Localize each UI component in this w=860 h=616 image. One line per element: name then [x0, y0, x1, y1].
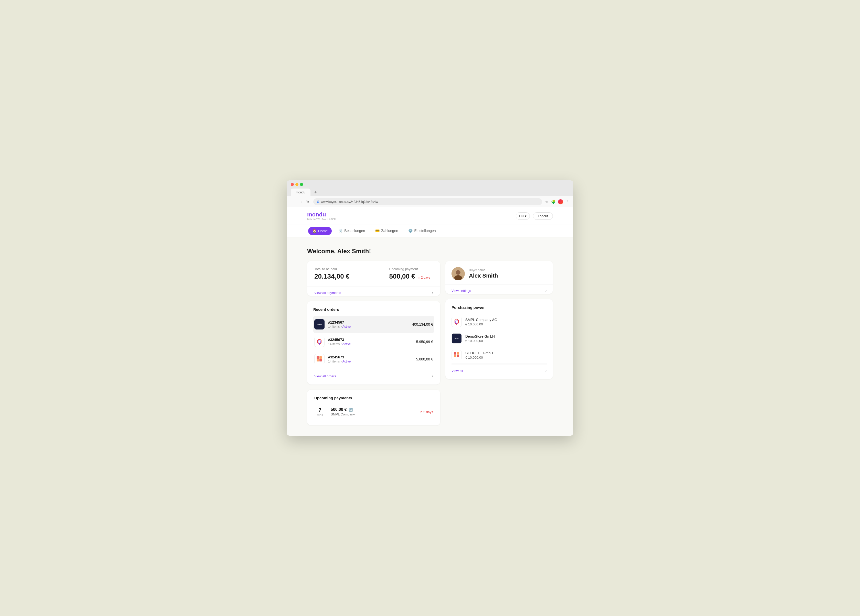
- view-settings-link[interactable]: View settings: [452, 289, 471, 293]
- order-logo-demo: DEMO: [314, 319, 325, 329]
- order-amount: 5.000,00 €: [416, 357, 433, 361]
- order-id: #3245673: [328, 338, 416, 342]
- dashboard-grid: Total to be paid 20.134,00 € Upcoming pa…: [307, 261, 553, 425]
- svg-text:DEMO: DEMO: [455, 338, 459, 340]
- svg-rect-9: [319, 359, 322, 362]
- nav-item-bestellungen[interactable]: 🛒 Bestellungen: [334, 225, 370, 237]
- pp-item[interactable]: DEMO DemoStore GmbH € 10.000,00: [452, 330, 547, 347]
- buyer-footer: View settings ›: [445, 284, 553, 294]
- logout-button[interactable]: Logout: [533, 212, 553, 220]
- upcoming-payment-item[interactable]: 7 APR 500,00 € 🔄 SMPL Company: [314, 404, 433, 419]
- payments-overview-card: Total to be paid 20.134,00 € Upcoming pa…: [307, 261, 440, 296]
- left-column: Total to be paid 20.134,00 € Upcoming pa…: [307, 261, 440, 425]
- buyer-name: Alex Smith: [469, 273, 498, 279]
- upcoming-payment-stat: Upcoming payment 500,00 € In 2 days: [389, 267, 433, 281]
- toolbar-icons: ☆ 🧩 ⋮: [545, 199, 569, 204]
- pp-name: SCHULTE GmbH: [465, 351, 493, 355]
- pp-item[interactable]: SCHULTE GmbH € 10.000,00: [452, 347, 547, 364]
- order-logo-smpl: [314, 337, 325, 347]
- pp-details: SMPL Company AG € 10.000,00: [465, 318, 497, 326]
- close-button[interactable]: [291, 183, 294, 186]
- minimize-button[interactable]: [295, 183, 298, 186]
- logo-tagline: BUY NOW, PAY LATER: [307, 218, 336, 221]
- forward-button[interactable]: →: [298, 199, 304, 205]
- payment-icon: 💳: [375, 229, 380, 233]
- chevron-right-icon: ›: [432, 290, 433, 295]
- buyer-label: Buyer name: [469, 268, 498, 272]
- order-meta: 14 items • Active: [328, 360, 416, 363]
- maximize-button[interactable]: [300, 183, 303, 186]
- address-bar[interactable]: G www.buyer.mondu.ai/2423454q34o43u4w: [313, 198, 542, 205]
- view-all-pp-link[interactable]: View all: [452, 369, 463, 373]
- back-button[interactable]: ←: [291, 199, 297, 205]
- bookmark-icon[interactable]: ☆: [545, 200, 549, 204]
- site-header: mondu BUY NOW, PAY LATER EN ▾ Logout: [287, 207, 573, 225]
- reload-button[interactable]: ↻: [305, 199, 310, 205]
- settings-icon: ⚙️: [408, 229, 413, 233]
- pp-name: SMPL Company AG: [465, 318, 497, 322]
- browser-window: mondu + ← → ↻ G www.buyer.mondu.ai/24234…: [287, 180, 573, 436]
- order-item[interactable]: #3245673 14 items • Active 5.000,00 €: [313, 351, 434, 368]
- upcoming-value-row: 500,00 € In 2 days: [389, 273, 433, 281]
- upcoming-badge: In 2 days: [418, 276, 430, 279]
- total-value: 20.134,00 €: [314, 273, 358, 281]
- upcoming-label: Upcoming payment: [389, 267, 433, 271]
- svg-rect-8: [317, 359, 319, 362]
- chevron-right-icon: ›: [545, 288, 547, 293]
- svg-text:DEMO: DEMO: [317, 324, 322, 325]
- view-all-payments-link[interactable]: View all payments: [314, 291, 341, 295]
- home-icon: 🏠: [312, 229, 317, 233]
- view-all-orders-link[interactable]: View all orders: [314, 374, 336, 378]
- new-tab-button[interactable]: +: [312, 189, 319, 196]
- logo[interactable]: mondu: [307, 211, 336, 218]
- pp-logo-demo: DEMO: [452, 333, 462, 343]
- upcoming-payment-details: 500,00 € 🔄 SMPL Company: [331, 407, 355, 416]
- svg-rect-17: [454, 352, 456, 354]
- pp-details: SCHULTE GmbH € 10.000,00: [465, 351, 493, 359]
- order-id: #3245673: [328, 355, 416, 359]
- total-paid-stat: Total to be paid 20.134,00 €: [314, 267, 358, 281]
- recent-orders-title: Recent orders: [313, 307, 434, 312]
- pp-logo-schulte: [452, 350, 462, 360]
- recent-orders-card: Recent orders DEMO #1234567: [307, 301, 440, 384]
- pp-amount: € 10.000,00: [465, 356, 493, 359]
- pp-item[interactable]: SMPL Company AG € 10.000,00: [452, 313, 547, 330]
- order-info: #3245673 14 items • Active: [328, 355, 416, 363]
- orders-footer: View all orders ›: [313, 370, 434, 378]
- order-item[interactable]: DEMO #1234567 14 items • Active: [313, 316, 434, 333]
- upcoming-payments-card: Upcoming payments 7 APR 500,00 € 🔄: [307, 390, 440, 425]
- svg-rect-20: [457, 355, 459, 357]
- nav-item-home[interactable]: 🏠 Home: [308, 227, 332, 235]
- browser-toolbar: ← → ↻ G www.buyer.mondu.ai/2423454q34o43…: [287, 196, 573, 207]
- svg-point-11: [456, 270, 460, 275]
- page-content: mondu BUY NOW, PAY LATER EN ▾ Logout 🏠 H…: [287, 207, 573, 436]
- payment-day: 7: [314, 407, 326, 413]
- demo-pp-icon: DEMO: [453, 335, 460, 342]
- payments-card-footer: View all payments ›: [307, 287, 440, 296]
- active-tab[interactable]: mondu: [291, 188, 311, 196]
- pp-details: DemoStore GmbH € 10.000,00: [465, 334, 495, 343]
- url-text: www.buyer.mondu.ai/2423454q34o43u4w: [321, 200, 378, 204]
- recurring-icon: 🔄: [348, 408, 353, 412]
- pp-amount: € 10.000,00: [465, 322, 497, 326]
- svg-point-12: [454, 275, 462, 281]
- header-right: EN ▾ Logout: [516, 212, 553, 220]
- pp-logo-smpl: [452, 317, 462, 327]
- extensions-icon[interactable]: 🧩: [551, 200, 556, 204]
- chevron-right-icon: ›: [545, 368, 547, 373]
- profile-icon[interactable]: [558, 199, 563, 204]
- buyer-info: Buyer name Alex Smith: [445, 261, 553, 284]
- window-controls: [291, 183, 569, 186]
- upcoming-amount-value: 500,00 €: [331, 407, 347, 412]
- buyer-details: Buyer name Alex Smith: [469, 268, 498, 279]
- language-button[interactable]: EN ▾: [516, 212, 530, 220]
- menu-icon[interactable]: ⋮: [566, 200, 569, 204]
- order-meta: 14 items • Active: [328, 325, 412, 328]
- nav-item-zahlungen[interactable]: 💳 Zahlungen: [370, 225, 403, 237]
- order-amount: 5.950,99 €: [416, 340, 433, 344]
- smpl-icon: [315, 338, 323, 346]
- nav-item-einstellungen[interactable]: ⚙️ Einstellungen: [403, 225, 440, 237]
- order-id: #1234567: [328, 320, 412, 324]
- order-item[interactable]: #3245673 14 items • Active 5.950,99 €: [313, 333, 434, 351]
- purchasing-power-card: Purchasing power SMPL Company AG: [445, 299, 553, 379]
